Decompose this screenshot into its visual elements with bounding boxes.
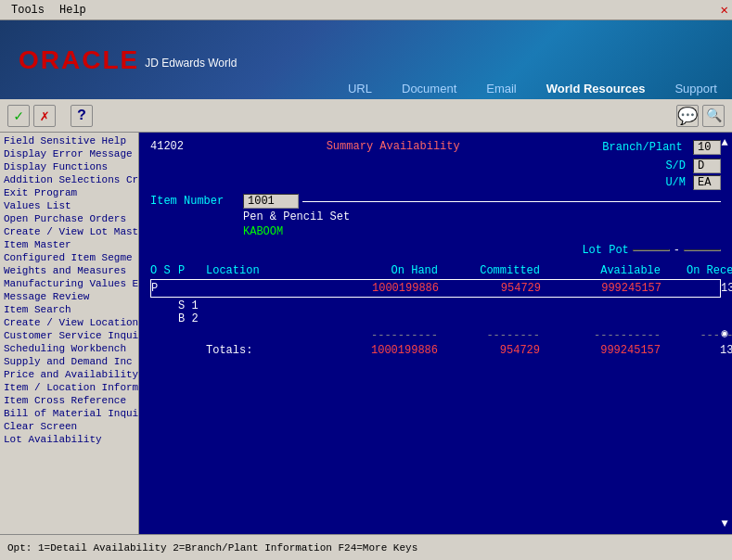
row1-available: 999245157 [541, 282, 661, 295]
chat-button[interactable]: 💬 [676, 105, 699, 127]
col-available-header: Available [540, 264, 661, 277]
sidebar-item-message-review[interactable]: Message Review [0, 290, 138, 303]
toolbar-right: 💬 🔍 [676, 105, 725, 127]
scroll-down-icon[interactable]: ▼ [721, 517, 727, 530]
x-button[interactable]: ✗ [33, 105, 56, 127]
sidebar-item-clear-screen[interactable]: Clear Screen [0, 420, 138, 433]
sidebar-item-field-sensitive-help[interactable]: Field Sensitive Help [0, 134, 138, 147]
sidebar-item-item-cross-reference[interactable]: Item Cross Reference [0, 394, 138, 407]
program-number: 41202 [150, 140, 184, 155]
form-title: Summary Availability [327, 140, 460, 155]
close-icon[interactable]: ✕ [721, 2, 728, 18]
sidebar-item-supply-demand[interactable]: Supply and Demand Inc [0, 355, 138, 368]
menubar: Tools Help ✕ [0, 0, 732, 20]
lot-pot-value2[interactable] [684, 249, 721, 251]
total-committed: 954729 [438, 344, 540, 357]
totals-row: Totals: 1000199886 954729 999245157 1359… [150, 344, 721, 357]
lot-pot-value1[interactable] [633, 249, 670, 251]
content-area: 41202 Summary Availability Branch/Plant … [139, 133, 732, 534]
item-number-label: Item Number [150, 195, 243, 208]
um-label: U/M [665, 176, 686, 189]
nav-support[interactable]: Support [660, 78, 732, 99]
help-button[interactable]: ? [71, 105, 93, 127]
menu-tools[interactable]: Tools [4, 2, 52, 19]
sidebar-item-manufacturing-values[interactable]: Manufacturing Values E [0, 277, 138, 290]
branch-plant-section: Branch/Plant 10 [602, 140, 721, 155]
table-row-1[interactable]: P 1000199886 954729 999245157 13597 [150, 279, 721, 298]
nav-email[interactable]: Email [471, 78, 532, 99]
sidebar-item-customer-service[interactable]: Customer Service Inqui [0, 329, 138, 342]
question-icon: ? [77, 108, 86, 124]
sidebar-item-display-functions[interactable]: Display Functions [0, 160, 138, 173]
sidebar-item-create-view-lot-master[interactable]: Create / View Lot Maste [0, 225, 138, 238]
oracle-text: ORACLE [19, 45, 139, 75]
scrollbar: ▲ ◉ ▼ [717, 133, 732, 534]
sidebar-item-open-purchase-orders[interactable]: Open Purchase Orders [0, 212, 138, 225]
lot-pot-label: Lot Pot [582, 244, 628, 257]
x-icon: ✗ [40, 107, 49, 125]
branch-plant-label: Branch/Plant [602, 141, 682, 154]
sidebar-item-display-error-message[interactable]: Display Error Message [0, 147, 138, 160]
content-inner: 41202 Summary Availability Branch/Plant … [150, 140, 721, 357]
header-banner: ORACLE JD Edwards World URL Document Ema… [0, 20, 732, 99]
sidebar-item-item-search[interactable]: Item Search [0, 303, 138, 316]
sidebar-item-weights-and-measures[interactable]: Weights and Measures [0, 264, 138, 277]
nav-world-resources[interactable]: World Resources [532, 78, 661, 99]
sidebar-item-lot-availability[interactable]: Lot Availability [0, 433, 138, 446]
search-button[interactable]: 🔍 [702, 105, 725, 127]
row1-committed: 954729 [439, 282, 541, 295]
magnify-icon: 🔍 [706, 108, 722, 123]
scroll-up-icon[interactable]: ▲ [721, 136, 727, 149]
sidebar-item-scheduling-workbench[interactable]: Scheduling Workbench [0, 342, 138, 355]
table-row-2: S 1 B 2 [150, 299, 721, 325]
lot-pot-dash: - [674, 244, 680, 257]
row2-s1b2: S 1 B 2 [178, 299, 206, 325]
menu-help[interactable]: Help [52, 2, 94, 19]
check-icon: ✓ [14, 107, 23, 125]
sidebar-item-exit-program[interactable]: Exit Program [0, 186, 138, 199]
um-section: U/M EA [665, 175, 721, 190]
statusbar-text: Opt: 1=Detail Availability 2=Branch/Plan… [7, 542, 417, 554]
col-on-hand-header: On Hand [317, 264, 438, 277]
dashes-row: ---------- -------- ---------- -------- [150, 329, 721, 342]
item-desc2: KABOOM [243, 225, 283, 238]
total-on-hand: 1000199886 [317, 344, 438, 357]
nav-document[interactable]: Document [387, 78, 471, 99]
sidebar-item-item-master[interactable]: Item Master [0, 238, 138, 251]
col-o-header: O S [150, 264, 178, 277]
col-p-header: P [178, 264, 206, 277]
chat-icon: 💬 [677, 106, 698, 126]
sd-label: S/D [665, 159, 686, 172]
sidebar: Field Sensitive Help Display Error Messa… [0, 133, 139, 534]
col-location-header: Location [206, 264, 317, 277]
sidebar-item-values-list[interactable]: Values List [0, 199, 138, 212]
toolbar: ✓ ✗ ? 💬 🔍 [0, 99, 732, 133]
sd-um-section: S/D D [665, 159, 721, 173]
header-nav: URL Document Email World Resources Suppo… [333, 78, 732, 99]
scroll-thumb-icon: ◉ [721, 326, 727, 340]
row1-p-col: P [151, 282, 179, 295]
totals-label: Totals: [206, 344, 317, 357]
check-button[interactable]: ✓ [7, 105, 30, 127]
item-desc1: Pen & Pencil Set [243, 210, 350, 223]
oracle-logo: ORACLE JD Edwards World [0, 45, 237, 75]
sidebar-item-addition-selections[interactable]: Addition Selections Crite [0, 173, 138, 186]
nav-url[interactable]: URL [333, 78, 387, 99]
sidebar-item-configured-item-segment[interactable]: Configured Item Segme [0, 251, 138, 264]
sidebar-item-item-location[interactable]: Item / Location Informati [0, 381, 138, 394]
sidebar-item-bill-of-material-inquiry[interactable]: Bill of Material Inquiry [0, 407, 138, 420]
statusbar: Opt: 1=Detail Availability 2=Branch/Plan… [0, 534, 732, 560]
item-number-value[interactable]: 1001 [243, 194, 299, 209]
col-committed-header: Committed [438, 264, 540, 277]
row1-on-hand: 1000199886 [318, 282, 439, 295]
main-layout: Field Sensitive Help Display Error Messa… [0, 133, 732, 534]
sidebar-item-price-availability[interactable]: Price and Availability Inc [0, 368, 138, 381]
jde-text: JD Edwards World [145, 57, 237, 70]
total-available: 999245157 [540, 344, 661, 357]
sidebar-item-create-view-location[interactable]: Create / View Location N [0, 316, 138, 329]
